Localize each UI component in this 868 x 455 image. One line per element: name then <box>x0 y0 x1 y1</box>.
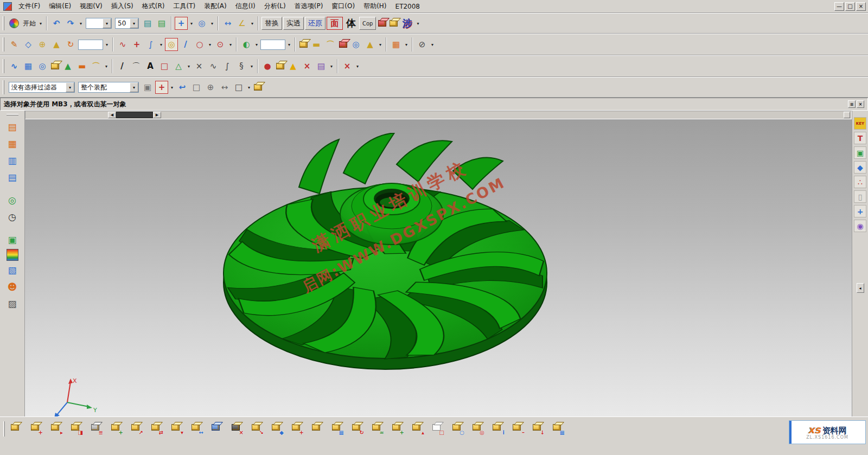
gold-cube-icon[interactable] <box>390 20 398 27</box>
selection-scope-combo[interactable]: 整个装配 ▾ <box>78 82 139 93</box>
face-button[interactable]: 面 <box>327 17 343 30</box>
menu-view[interactable]: 视图(V) <box>75 1 107 12</box>
sew-icon[interactable]: ⇄ <box>148 420 162 434</box>
marquee-icon[interactable]: □ <box>232 81 245 94</box>
palette-icon[interactable] <box>7 249 18 261</box>
boss-icon[interactable] <box>339 41 347 48</box>
suppress-caret[interactable]: ▾ <box>355 60 360 73</box>
cup-sample-icon[interactable]: ▯ <box>854 190 866 203</box>
scroll-corner-button[interactable] <box>844 112 850 118</box>
ring-icon[interactable]: ◎ <box>469 420 483 434</box>
sketch-icon[interactable]: ✎ <box>8 38 21 51</box>
plane-combo[interactable] <box>78 40 103 50</box>
visualization-icon[interactable]: ▧ <box>3 262 22 278</box>
shaded-button[interactable]: 实透 <box>283 17 304 30</box>
cone-icon[interactable]: ▲ <box>363 38 376 51</box>
reuse-library-icon[interactable]: ▤ <box>3 170 22 185</box>
join-curve-icon[interactable]: ◎ <box>165 38 178 51</box>
menu-assemblies[interactable]: 装配(A) <box>200 1 231 12</box>
dots-sample-icon[interactable]: ∴ <box>854 176 866 188</box>
revolve-icon[interactable]: ↻ <box>64 38 77 51</box>
roles-icon[interactable]: ☻ <box>3 279 22 294</box>
menu-format[interactable]: 格式(R) <box>138 1 169 12</box>
tool-icon[interactable] <box>218 16 219 30</box>
datum-csys-icon[interactable]: ⊕ <box>36 38 49 51</box>
layer-combo[interactable]: 50 ▾ <box>115 18 139 29</box>
bar-handle-button[interactable]: ≡ <box>848 100 856 108</box>
line-icon[interactable]: / <box>179 38 192 51</box>
redo-button[interactable]: ↷ <box>64 17 77 30</box>
app-icon[interactable] <box>3 2 12 11</box>
start-button[interactable] <box>8 17 21 30</box>
sketchcurve-caret[interactable]: ▾ <box>186 60 192 73</box>
replace-button[interactable]: 替换 <box>261 17 282 30</box>
divide-icon[interactable]: ↘ <box>248 420 263 434</box>
constraint-navigator-icon[interactable]: ▦ <box>3 136 22 151</box>
info-icon[interactable]: i <box>489 420 503 434</box>
rotate-icon[interactable]: ↻ <box>349 420 363 434</box>
menu-tools[interactable]: 工具(T) <box>169 1 200 12</box>
part-navigator-icon[interactable]: ▥ <box>3 153 22 168</box>
pocket-caret[interactable]: ▾ <box>404 38 409 51</box>
tool-icon[interactable] <box>171 16 172 30</box>
scene-icon[interactable]: ▨ <box>3 296 22 311</box>
mirror-icon[interactable]: ◨ <box>68 420 82 434</box>
polygon-icon[interactable]: △ <box>172 60 185 73</box>
sample-part-green-icon[interactable]: ▣ <box>854 146 866 159</box>
offset-icon[interactable]: ↔ <box>188 420 202 434</box>
menu-insert[interactable]: 插入(S) <box>107 1 138 12</box>
new-feature-icon[interactable] <box>8 420 22 434</box>
pattern-icon[interactable]: ▸ <box>48 420 62 434</box>
key-shortcuts-icon[interactable]: KEY <box>854 117 866 130</box>
history-icon[interactable]: ◷ <box>3 209 22 225</box>
taper-icon[interactable]: ▴ <box>409 420 423 434</box>
line-segment-icon[interactable]: / <box>116 60 129 73</box>
empty-box-icon[interactable]: □ <box>429 420 443 434</box>
through-curves-icon[interactable]: ∿ <box>8 60 21 73</box>
text-icon[interactable]: A <box>144 60 157 73</box>
promote-icon[interactable]: ↗ <box>128 420 142 434</box>
hollow-icon[interactable] <box>276 63 284 69</box>
tool-icon[interactable] <box>258 16 259 30</box>
selection-filter-caret-icon[interactable]: ▾ <box>66 82 74 92</box>
spline-icon[interactable]: ∫ <box>144 38 157 51</box>
arc-caret[interactable]: ▾ <box>207 38 213 51</box>
extrude-icon[interactable]: ▲ <box>50 38 63 51</box>
tool-icon[interactable] <box>412 37 413 52</box>
point-icon[interactable]: + <box>130 38 143 51</box>
menu-analysis[interactable]: 分析(L) <box>260 1 290 12</box>
pocket-icon[interactable]: ▦ <box>390 38 403 51</box>
trim-body-icon[interactable]: ⊘ <box>416 38 429 51</box>
tool-icon[interactable] <box>112 37 113 52</box>
measure-distance-icon[interactable]: ↔ <box>221 17 234 30</box>
menu-information[interactable]: 信息(I) <box>231 1 260 12</box>
spline-caret[interactable]: ▾ <box>249 60 254 73</box>
tool-icon[interactable] <box>112 59 113 73</box>
delete-face-icon[interactable]: × <box>301 60 314 73</box>
render-style-button[interactable]: 涉 <box>400 17 414 30</box>
measure-angle-icon[interactable]: ∠ <box>235 17 248 30</box>
copy-button[interactable]: Cop <box>359 17 376 30</box>
align-icon[interactable]: ◆ <box>269 420 283 434</box>
redo-caret-icon[interactable]: ▾ <box>78 17 84 30</box>
undo-button[interactable]: ↶ <box>50 17 63 30</box>
boss2-icon[interactable]: + <box>389 420 403 434</box>
surface-analysis-icon[interactable]: ◎ <box>36 60 49 73</box>
plane-caret[interactable]: ▾ <box>104 38 110 51</box>
close-button[interactable]: × <box>856 2 866 11</box>
menu-preferences[interactable]: 首选项(P) <box>290 1 328 12</box>
impeller-model[interactable] <box>218 133 565 388</box>
split-icon[interactable]: × <box>228 420 242 434</box>
purple-sample-icon[interactable]: ◉ <box>854 220 866 232</box>
extract-icon[interactable]: + <box>108 420 122 434</box>
select-pair-icon[interactable]: ▣ <box>141 81 154 94</box>
mesh2-icon[interactable]: ▦ <box>550 420 564 434</box>
prim-caret[interactable]: ▾ <box>378 38 383 51</box>
cone-green-icon[interactable]: ▲ <box>61 60 74 73</box>
patch-icon[interactable]: ▾ <box>168 420 182 434</box>
scroll-right-icon[interactable]: ▶ <box>153 112 161 118</box>
helix-icon[interactable]: § <box>235 60 248 73</box>
marquee-caret[interactable]: ▾ <box>246 81 252 94</box>
horizontal-scrollbar[interactable]: ◀ ▶ <box>25 111 852 119</box>
color-feature-icon[interactable]: ▤ <box>315 60 328 73</box>
